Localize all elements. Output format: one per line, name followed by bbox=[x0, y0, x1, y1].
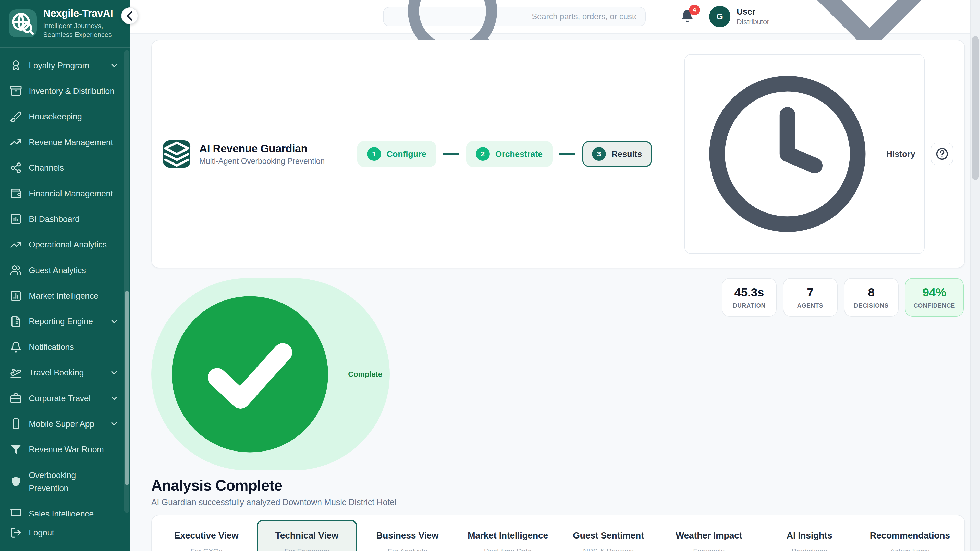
sidebar-item-revenue-war-room[interactable]: Revenue War Room bbox=[6, 437, 123, 462]
chevron-left-icon bbox=[122, 8, 138, 24]
step-pill[interactable]: 2 Orchestrate bbox=[466, 141, 552, 167]
sidebar-item-sales-intelligence[interactable]: Sales Intelligence bbox=[6, 501, 123, 516]
summary-title: Analysis Complete bbox=[151, 477, 396, 494]
user-name: User bbox=[737, 6, 769, 17]
tab-sublabel: For Engineers bbox=[259, 548, 355, 551]
globe-search-icon bbox=[9, 10, 37, 38]
page-content: AI Revenue Guardian Multi-Agent Overbook… bbox=[130, 34, 980, 551]
page-scrollbar-thumb[interactable] bbox=[972, 36, 979, 180]
user-role: Distributor bbox=[737, 17, 769, 27]
sidebar-item-bi-dashboard[interactable]: BI Dashboard bbox=[6, 206, 123, 232]
sidebar-item-housekeeping[interactable]: Housekeeping bbox=[6, 104, 123, 129]
avatar: G bbox=[709, 6, 730, 27]
smartphone-icon bbox=[10, 418, 22, 430]
tab-label: Recommendations bbox=[862, 530, 958, 541]
chevron-down-icon bbox=[110, 368, 119, 378]
view-tabs: Executive View For CXOs Technical View F… bbox=[151, 515, 965, 551]
chart-square-icon bbox=[10, 213, 22, 225]
status-badge: Complete bbox=[151, 278, 390, 470]
step-orchestrate: 2 Orchestrate bbox=[436, 141, 552, 167]
step-pill[interactable]: 1 Configure bbox=[357, 141, 436, 167]
logout-icon bbox=[10, 527, 22, 539]
shield-icon bbox=[10, 476, 22, 488]
page-title: AI Revenue Guardian bbox=[199, 142, 325, 155]
tab-label: Executive View bbox=[159, 530, 254, 541]
sidebar-item-label: Notifications bbox=[29, 341, 74, 354]
briefcase-icon bbox=[10, 392, 22, 404]
sidebar-item-label: Financial Management bbox=[29, 187, 113, 200]
logout-button[interactable]: Logout bbox=[6, 520, 124, 545]
history-button[interactable]: History bbox=[684, 54, 924, 254]
tab-market-intelligence[interactable]: Market Intelligence Real-time Data bbox=[458, 519, 558, 551]
step-label: Orchestrate bbox=[495, 149, 543, 159]
page-scrollbar[interactable] bbox=[970, 0, 980, 551]
sidebar-item-label: BI Dashboard bbox=[29, 213, 80, 225]
brush-icon bbox=[10, 111, 22, 123]
sidebar-item-revenue-management[interactable]: Revenue Management bbox=[6, 129, 123, 155]
tab-weather-impact[interactable]: Weather Impact Forecasts bbox=[659, 519, 759, 551]
bell-icon bbox=[10, 341, 22, 353]
step-number: 3 bbox=[592, 147, 606, 161]
chevron-down-icon bbox=[110, 419, 119, 429]
stat-value: 8 bbox=[853, 286, 890, 299]
summary-subtitle: AI Guardian successfully analyzed Downto… bbox=[151, 497, 396, 507]
sidebar-item-channels[interactable]: Channels bbox=[6, 155, 123, 181]
app-root: Nexgile-TravAI Intelligent Journeys, Sea… bbox=[0, 0, 980, 551]
stat-label: DURATION bbox=[730, 302, 768, 309]
sidebar-item-inventory-distribution[interactable]: Inventory & Distribution bbox=[6, 78, 123, 103]
page-subtitle: Multi-Agent Overbooking Prevention bbox=[199, 157, 325, 165]
step-number: 1 bbox=[367, 147, 381, 161]
logout-label: Logout bbox=[29, 526, 54, 539]
sidebar-scrollbar-thumb[interactable] bbox=[125, 291, 129, 485]
tab-business-view[interactable]: Business View For Analysts bbox=[357, 519, 458, 551]
chevron-down-icon bbox=[110, 394, 119, 403]
chart-column-icon bbox=[10, 290, 22, 302]
sidebar-item-label: Market Intelligence bbox=[29, 289, 99, 302]
sidebar-item-market-intelligence[interactable]: Market Intelligence bbox=[6, 283, 123, 309]
help-button[interactable] bbox=[931, 143, 953, 165]
sidebar-item-label: Operational Analytics bbox=[29, 238, 107, 251]
sidebar-item-notifications[interactable]: Notifications bbox=[6, 334, 123, 360]
sidebar-scrollbar[interactable] bbox=[124, 50, 129, 513]
sidebar-item-guest-analytics[interactable]: Guest Analytics bbox=[6, 257, 123, 283]
question-icon bbox=[935, 147, 949, 161]
workflow-stepper: 1 Configure 2 Orchestrate bbox=[357, 141, 652, 167]
workflow-logo bbox=[163, 140, 191, 168]
chevron-down-icon bbox=[110, 317, 119, 326]
users-icon bbox=[10, 264, 22, 276]
step-pill[interactable]: 3 Results bbox=[582, 141, 652, 167]
plane-icon bbox=[10, 367, 22, 379]
clock-icon bbox=[694, 60, 881, 248]
sidebar-item-reporting-engine[interactable]: Reporting Engine bbox=[6, 309, 123, 334]
tab-technical-view[interactable]: Technical View For Engineers bbox=[257, 519, 357, 551]
sidebar-item-loyalty-program[interactable]: Loyalty Program bbox=[6, 52, 123, 78]
step-configure: 1 Configure bbox=[357, 141, 436, 167]
notifications-button[interactable]: 4 bbox=[680, 9, 694, 24]
tab-recommendations[interactable]: Recommendations Action Items bbox=[859, 519, 960, 551]
sidebar-item-overbooking-prevention[interactable]: Overbooking Prevention bbox=[6, 462, 123, 501]
sidebar-item-travel-booking[interactable]: Travel Booking bbox=[6, 360, 123, 386]
analysis-summary: Complete Analysis Complete AI Guardian s… bbox=[151, 278, 964, 507]
tab-ai-insights[interactable]: AI Insights Predictions bbox=[759, 519, 860, 551]
sidebar-item-corporate-travel[interactable]: Corporate Travel bbox=[6, 386, 123, 411]
tab-guest-sentiment[interactable]: Guest Sentiment NPS & Reviews bbox=[558, 519, 659, 551]
sidebar-item-label: Housekeeping bbox=[29, 110, 82, 123]
history-label: History bbox=[886, 149, 915, 159]
tab-label: Guest Sentiment bbox=[561, 530, 656, 541]
search-input[interactable] bbox=[531, 11, 638, 22]
sidebar-item-financial-management[interactable]: Financial Management bbox=[6, 181, 123, 206]
stat-label: DECISIONS bbox=[853, 302, 890, 309]
sidebar-item-label: Loyalty Program bbox=[29, 59, 89, 72]
sidebar-item-operational-analytics[interactable]: Operational Analytics bbox=[6, 232, 123, 257]
wallet-icon bbox=[10, 187, 22, 200]
stat-confidence: 94% CONFIDENCE bbox=[905, 278, 964, 317]
sidebar-item-mobile-super-app[interactable]: Mobile Super App bbox=[6, 411, 123, 437]
sidebar-item-label: Inventory & Distribution bbox=[29, 84, 115, 97]
tab-label: Market Intelligence bbox=[460, 530, 555, 541]
sidebar-collapse-button[interactable] bbox=[121, 7, 138, 24]
share-icon bbox=[10, 162, 22, 174]
tab-label: Business View bbox=[360, 530, 455, 541]
tab-executive-view[interactable]: Executive View For CXOs bbox=[156, 519, 257, 551]
sidebar-item-label: Revenue War Room bbox=[29, 443, 104, 456]
stat-decisions: 8 DECISIONS bbox=[844, 278, 899, 317]
